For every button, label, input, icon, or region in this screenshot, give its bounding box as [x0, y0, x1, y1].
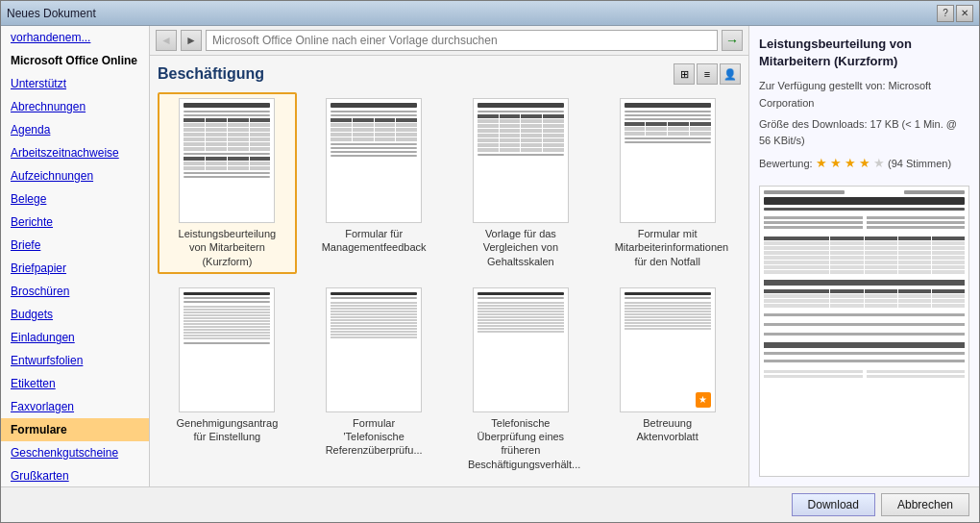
title-bar: Neues Dokument ? ✕ [1, 1, 979, 26]
detail-provider: Zur Verfügung gestellt von: Microsoft Co… [759, 78, 969, 112]
sidebar-item-12[interactable]: Budgets [1, 303, 149, 326]
detail-title: Leistungsbeurteilung von Mitarbeitern (K… [759, 36, 969, 70]
size-label: Größe des Downloads: [759, 118, 868, 130]
bottom-bar: Download Abbrechen [1, 486, 979, 522]
template-label-6: Formular 'Telefonische Referenzüberprüfu… [321, 416, 427, 458]
section-title: Beschäftigung [158, 65, 264, 83]
template-item-5[interactable]: Genehmigungsantrag für Einstellung [158, 282, 297, 477]
template-item-6[interactable]: Formular 'Telefonische Referenzüberprüfu… [305, 282, 444, 477]
view-btn-2[interactable]: ≡ [697, 63, 718, 85]
view-btn-1[interactable]: ⊞ [674, 63, 695, 85]
templates-area: Beschäftigung ⊞ ≡ 👤 [150, 56, 748, 486]
star-5: ★ [873, 156, 885, 170]
preview-section-1 [764, 280, 965, 286]
star-3: ★ [845, 156, 856, 170]
sidebar-item-8[interactable]: Berichte [1, 211, 149, 234]
sidebar: vorhandenem...Microsoft Office OnlineUnt… [1, 26, 150, 486]
star-4: ★ [859, 156, 870, 170]
main-content: vorhandenem...Microsoft Office OnlineUnt… [1, 26, 979, 486]
template-label-4: Formular mit Mitarbeiterinformationen fü… [615, 227, 721, 268]
back-button[interactable]: ◄ [156, 30, 177, 51]
main-window: Neues Dokument ? ✕ vorhandenem...Microso… [0, 0, 980, 523]
templates-header: Beschäftigung ⊞ ≡ 👤 [158, 63, 741, 85]
detail-size: Größe des Downloads: 17 KB (< 1 Min. @ 5… [759, 116, 969, 150]
sidebar-item-18[interactable]: Geschenkgutscheine [1, 441, 149, 464]
template-item-3[interactable]: Vorlage für das Vergleichen von Gehaltss… [452, 92, 591, 274]
template-thumb-7 [473, 287, 569, 412]
template-thumb-5 [179, 287, 275, 412]
sidebar-item-2[interactable]: Unterstützt [1, 72, 149, 95]
sidebar-item-5[interactable]: Arbeitszeitnachweise [1, 141, 149, 164]
templates-scroll: Leistungsbeurteilung von Mitarbeitern (K… [158, 92, 741, 479]
star-1: ★ [816, 156, 827, 170]
template-label-1: Leistungsbeurteilung von Mitarbeitern (K… [174, 227, 280, 268]
template-item-8[interactable]: ★ Betreuung Aktenvorblatt [598, 282, 737, 477]
sidebar-item-15[interactable]: Etiketten [1, 372, 149, 395]
sidebar-item-1: Microsoft Office Online [1, 49, 149, 72]
detail-preview [759, 186, 969, 477]
template-label-3: Vorlage für das Vergleichen von Gehaltss… [468, 227, 574, 268]
template-label-8: Betreuung Aktenvorblatt [615, 416, 721, 444]
provider-label: Zur Verfügung gestellt von: [759, 80, 885, 91]
template-thumb-3 [473, 98, 569, 223]
template-item-4[interactable]: Formular mit Mitarbeiterinformationen fü… [598, 92, 737, 274]
template-thumb-8: ★ [620, 287, 716, 412]
template-thumb-2 [326, 98, 422, 223]
title-bar-buttons: ? ✕ [937, 5, 973, 22]
sidebar-item-16[interactable]: Faxvorlagen [1, 395, 149, 418]
template-label-2: Formular für Managementfeedback [321, 227, 427, 255]
search-input[interactable] [206, 30, 718, 51]
sidebar-item-14[interactable]: Entwurfsfolien [1, 349, 149, 372]
rating-label: Bewertung: [759, 158, 813, 169]
view-controls: ⊞ ≡ 👤 [674, 63, 741, 85]
close-button[interactable]: ✕ [956, 5, 973, 22]
right-pane: Leistungsbeurteilung von Mitarbeitern (K… [748, 26, 979, 486]
download-button[interactable]: Download [792, 493, 875, 516]
template-thumb-1 [179, 98, 275, 223]
sidebar-item-9[interactable]: Briefe [1, 234, 149, 257]
center-pane: ◄ ► → Beschäftigung ⊞ ≡ 👤 [150, 26, 748, 486]
sidebar-item-13[interactable]: Einladungen [1, 326, 149, 349]
cancel-button[interactable]: Abbrechen [881, 493, 969, 516]
view-btn-3[interactable]: 👤 [720, 63, 741, 85]
template-badge-icon: ★ [696, 392, 711, 408]
window-title: Neues Dokument [7, 7, 96, 20]
detail-rating: Bewertung: ★ ★ ★ ★ ★ (94 Stimmen) [759, 154, 969, 174]
sidebar-item-19[interactable]: Grußkarten [1, 464, 149, 486]
sidebar-item-11[interactable]: Broschüren [1, 280, 149, 303]
template-item-1[interactable]: Leistungsbeurteilung von Mitarbeitern (K… [158, 92, 297, 274]
preview-header-bar [764, 197, 965, 205]
template-thumb-6 [326, 287, 422, 412]
preview-document [764, 190, 965, 472]
preview-table-2 [764, 289, 965, 308]
sidebar-item-6[interactable]: Aufzeichnungen [1, 164, 149, 187]
sidebar-item-10[interactable]: Briefpapier [1, 257, 149, 280]
forward-button[interactable]: ► [181, 30, 202, 51]
sidebar-item-4[interactable]: Agenda [1, 118, 149, 141]
help-button[interactable]: ? [937, 5, 954, 22]
sidebar-item-3[interactable]: Abrechnungen [1, 95, 149, 118]
template-item-7[interactable]: Telefonische Überprüfung eines früheren … [452, 282, 591, 477]
nav-bar: ◄ ► → [150, 26, 748, 56]
template-label-5: Genehmigungsantrag für Einstellung [174, 416, 280, 444]
template-item-2[interactable]: Formular für Managementfeedback [305, 92, 444, 274]
templates-grid: Leistungsbeurteilung von Mitarbeitern (K… [158, 92, 741, 479]
star-2: ★ [830, 156, 842, 170]
preview-line-1 [764, 208, 965, 211]
votes-value: (94 Stimmen) [888, 158, 951, 169]
preview-section-2 [764, 342, 965, 348]
sidebar-item-0[interactable]: vorhandenem... [1, 26, 149, 49]
go-button[interactable]: → [722, 30, 743, 51]
sidebar-item-17[interactable]: Formulare [1, 418, 149, 441]
template-thumb-4 [620, 98, 716, 223]
preview-table-1 [764, 237, 965, 274]
sidebar-item-7[interactable]: Belege [1, 187, 149, 211]
template-label-7: Telefonische Überprüfung eines früheren … [468, 416, 574, 471]
